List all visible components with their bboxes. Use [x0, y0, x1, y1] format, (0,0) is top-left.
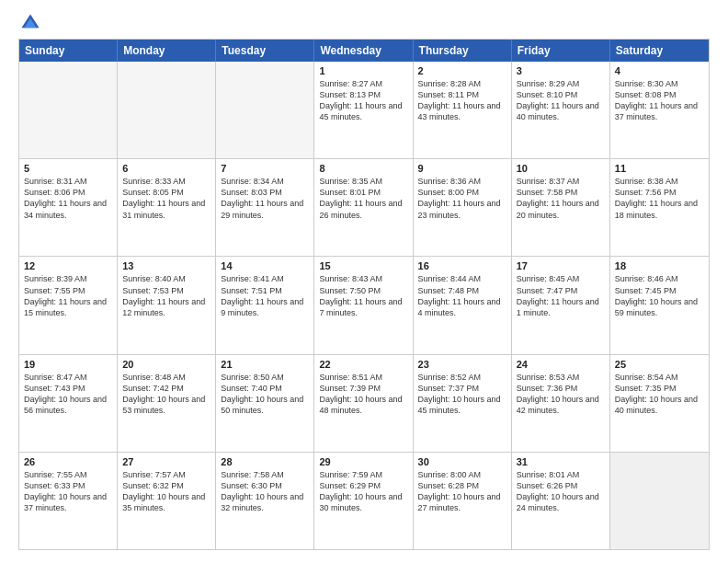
- cell-daylight-info: Sunrise: 8:35 AM Sunset: 8:01 PM Dayligh…: [319, 176, 407, 221]
- cell-daylight-info: Sunrise: 8:39 AM Sunset: 7:55 PM Dayligh…: [24, 273, 112, 318]
- cell-daylight-info: Sunrise: 8:45 AM Sunset: 7:47 PM Dayligh…: [517, 273, 605, 318]
- calendar-cell: 9Sunrise: 8:36 AM Sunset: 8:00 PM Daylig…: [414, 159, 512, 256]
- weekday-header: Saturday: [610, 40, 709, 62]
- day-number: 26: [24, 456, 112, 467]
- weekday-header: Monday: [118, 40, 216, 62]
- day-number: 22: [319, 359, 407, 370]
- cell-daylight-info: Sunrise: 8:34 AM Sunset: 8:03 PM Dayligh…: [221, 176, 309, 221]
- calendar-cell: 22Sunrise: 8:51 AM Sunset: 7:39 PM Dayli…: [314, 355, 413, 452]
- calendar-cell: 31Sunrise: 8:01 AM Sunset: 6:26 PM Dayli…: [512, 453, 610, 549]
- calendar-cell: 20Sunrise: 8:48 AM Sunset: 7:42 PM Dayli…: [118, 355, 216, 452]
- calendar-cell: 23Sunrise: 8:52 AM Sunset: 7:37 PM Dayli…: [414, 355, 512, 452]
- cell-daylight-info: Sunrise: 8:30 AM Sunset: 8:08 PM Dayligh…: [615, 78, 704, 123]
- weekday-header: Friday: [512, 40, 610, 62]
- day-number: 25: [615, 359, 704, 370]
- calendar-cell: 11Sunrise: 8:38 AM Sunset: 7:56 PM Dayli…: [610, 159, 709, 256]
- calendar-cell: 8Sunrise: 8:35 AM Sunset: 8:01 PM Daylig…: [314, 159, 413, 256]
- weekday-header: Tuesday: [216, 40, 314, 62]
- cell-daylight-info: Sunrise: 8:27 AM Sunset: 8:13 PM Dayligh…: [319, 78, 407, 123]
- day-number: 18: [615, 260, 704, 271]
- calendar-cell: 17Sunrise: 8:45 AM Sunset: 7:47 PM Dayli…: [512, 257, 610, 353]
- day-number: 19: [24, 359, 112, 370]
- calendar-cell: [118, 62, 216, 158]
- cell-daylight-info: Sunrise: 8:54 AM Sunset: 7:35 PM Dayligh…: [615, 372, 704, 417]
- calendar-row: 1Sunrise: 8:27 AM Sunset: 8:13 PM Daylig…: [19, 62, 709, 158]
- cell-daylight-info: Sunrise: 7:57 AM Sunset: 6:32 PM Dayligh…: [122, 469, 210, 514]
- calendar-cell: 30Sunrise: 8:00 AM Sunset: 6:28 PM Dayli…: [414, 453, 512, 549]
- cell-daylight-info: Sunrise: 8:40 AM Sunset: 7:53 PM Dayligh…: [122, 273, 210, 318]
- day-number: 24: [517, 359, 605, 370]
- logo-icon: [20, 13, 40, 33]
- calendar-cell: 7Sunrise: 8:34 AM Sunset: 8:03 PM Daylig…: [216, 159, 314, 256]
- calendar-cell: 5Sunrise: 8:31 AM Sunset: 8:06 PM Daylig…: [19, 159, 118, 256]
- calendar-cell: 29Sunrise: 7:59 AM Sunset: 6:29 PM Dayli…: [314, 453, 413, 549]
- calendar-cell: 16Sunrise: 8:44 AM Sunset: 7:48 PM Dayli…: [414, 257, 512, 353]
- cell-daylight-info: Sunrise: 8:53 AM Sunset: 7:36 PM Dayligh…: [517, 372, 605, 417]
- calendar-cell: 14Sunrise: 8:41 AM Sunset: 7:51 PM Dayli…: [216, 257, 314, 353]
- day-number: 13: [122, 260, 210, 271]
- cell-daylight-info: Sunrise: 8:47 AM Sunset: 7:43 PM Dayligh…: [24, 372, 112, 417]
- calendar-row: 19Sunrise: 8:47 AM Sunset: 7:43 PM Dayli…: [19, 354, 709, 452]
- calendar-cell: [610, 453, 709, 549]
- day-number: 23: [418, 359, 506, 370]
- calendar-cell: 19Sunrise: 8:47 AM Sunset: 7:43 PM Dayli…: [19, 355, 118, 452]
- header: [18, 17, 710, 29]
- cell-daylight-info: Sunrise: 8:29 AM Sunset: 8:10 PM Dayligh…: [517, 78, 605, 123]
- calendar-cell: 21Sunrise: 8:50 AM Sunset: 7:40 PM Dayli…: [216, 355, 314, 452]
- cell-daylight-info: Sunrise: 7:58 AM Sunset: 6:30 PM Dayligh…: [221, 469, 309, 514]
- calendar-cell: 18Sunrise: 8:46 AM Sunset: 7:45 PM Dayli…: [610, 257, 709, 353]
- calendar-cell: 27Sunrise: 7:57 AM Sunset: 6:32 PM Dayli…: [118, 453, 216, 549]
- cell-daylight-info: Sunrise: 8:52 AM Sunset: 7:37 PM Dayligh…: [418, 372, 506, 417]
- day-number: 27: [122, 456, 210, 467]
- day-number: 17: [517, 260, 605, 271]
- logo: [18, 17, 40, 29]
- day-number: 31: [517, 456, 605, 467]
- cell-daylight-info: Sunrise: 8:44 AM Sunset: 7:48 PM Dayligh…: [418, 273, 506, 318]
- weekday-header: Thursday: [414, 40, 512, 62]
- calendar-cell: 6Sunrise: 8:33 AM Sunset: 8:05 PM Daylig…: [118, 159, 216, 256]
- day-number: 4: [615, 65, 704, 76]
- cell-daylight-info: Sunrise: 8:46 AM Sunset: 7:45 PM Dayligh…: [615, 273, 704, 318]
- calendar-cell: 13Sunrise: 8:40 AM Sunset: 7:53 PM Dayli…: [118, 257, 216, 353]
- calendar-cell: [19, 62, 118, 158]
- calendar-cell: 25Sunrise: 8:54 AM Sunset: 7:35 PM Dayli…: [610, 355, 709, 452]
- day-number: 1: [319, 65, 407, 76]
- day-number: 20: [122, 359, 210, 370]
- day-number: 2: [418, 65, 506, 76]
- calendar-cell: 28Sunrise: 7:58 AM Sunset: 6:30 PM Dayli…: [216, 453, 314, 549]
- day-number: 14: [221, 260, 309, 271]
- calendar-cell: [216, 62, 314, 158]
- weekday-header: Wednesday: [314, 40, 413, 62]
- cell-daylight-info: Sunrise: 8:51 AM Sunset: 7:39 PM Dayligh…: [319, 372, 407, 417]
- cell-daylight-info: Sunrise: 8:00 AM Sunset: 6:28 PM Dayligh…: [418, 469, 506, 514]
- calendar-cell: 15Sunrise: 8:43 AM Sunset: 7:50 PM Dayli…: [314, 257, 413, 353]
- calendar-cell: 1Sunrise: 8:27 AM Sunset: 8:13 PM Daylig…: [314, 62, 413, 158]
- day-number: 9: [418, 163, 506, 174]
- calendar-body: 1Sunrise: 8:27 AM Sunset: 8:13 PM Daylig…: [19, 62, 709, 549]
- day-number: 21: [221, 359, 309, 370]
- day-number: 15: [319, 260, 407, 271]
- calendar-cell: 24Sunrise: 8:53 AM Sunset: 7:36 PM Dayli…: [512, 355, 610, 452]
- cell-daylight-info: Sunrise: 8:48 AM Sunset: 7:42 PM Dayligh…: [122, 372, 210, 417]
- day-number: 16: [418, 260, 506, 271]
- calendar-row: 5Sunrise: 8:31 AM Sunset: 8:06 PM Daylig…: [19, 158, 709, 256]
- calendar-cell: 3Sunrise: 8:29 AM Sunset: 8:10 PM Daylig…: [512, 62, 610, 158]
- calendar-cell: 4Sunrise: 8:30 AM Sunset: 8:08 PM Daylig…: [610, 62, 709, 158]
- weekday-header: Sunday: [19, 40, 118, 62]
- calendar-cell: 10Sunrise: 8:37 AM Sunset: 7:58 PM Dayli…: [512, 159, 610, 256]
- calendar-cell: 2Sunrise: 8:28 AM Sunset: 8:11 PM Daylig…: [414, 62, 512, 158]
- calendar-header: SundayMondayTuesdayWednesdayThursdayFrid…: [19, 40, 709, 62]
- day-number: 3: [517, 65, 605, 76]
- cell-daylight-info: Sunrise: 8:36 AM Sunset: 8:00 PM Dayligh…: [418, 176, 506, 221]
- day-number: 29: [319, 456, 407, 467]
- day-number: 11: [615, 163, 704, 174]
- cell-daylight-info: Sunrise: 8:28 AM Sunset: 8:11 PM Dayligh…: [418, 78, 506, 123]
- cell-daylight-info: Sunrise: 8:01 AM Sunset: 6:26 PM Dayligh…: [517, 469, 605, 514]
- cell-daylight-info: Sunrise: 8:33 AM Sunset: 8:05 PM Dayligh…: [122, 176, 210, 221]
- cell-daylight-info: Sunrise: 8:41 AM Sunset: 7:51 PM Dayligh…: [221, 273, 309, 318]
- cell-daylight-info: Sunrise: 8:31 AM Sunset: 8:06 PM Dayligh…: [24, 176, 112, 221]
- cell-daylight-info: Sunrise: 7:59 AM Sunset: 6:29 PM Dayligh…: [319, 469, 407, 514]
- day-number: 7: [221, 163, 309, 174]
- day-number: 6: [122, 163, 210, 174]
- day-number: 12: [24, 260, 112, 271]
